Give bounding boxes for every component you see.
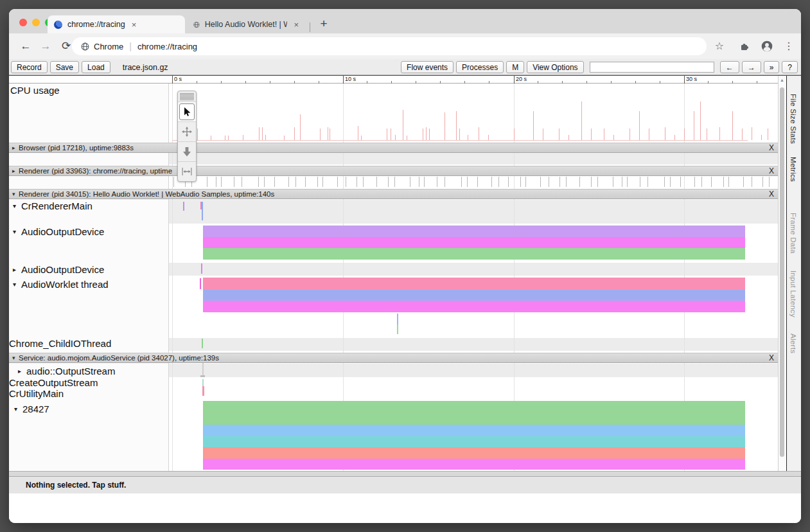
- vertical-scrollbar[interactable]: ▲: [778, 76, 786, 471]
- record-button[interactable]: Record: [11, 61, 48, 73]
- close-track-button[interactable]: X: [769, 143, 774, 152]
- trace-slice[interactable]: [203, 301, 745, 312]
- trace-search-input[interactable]: [590, 62, 714, 73]
- sidebar-tab-alerts[interactable]: Alerts: [789, 333, 797, 353]
- tab-tracing[interactable]: chrome://tracing ×: [48, 15, 185, 33]
- cpu-spike: [391, 129, 391, 140]
- sidebar-tab-frame-data[interactable]: Frame Data: [789, 213, 797, 254]
- trace-slice[interactable]: [203, 401, 745, 425]
- trace-event-mark[interactable]: [200, 375, 205, 377]
- cpu-spike: [568, 135, 569, 140]
- process-header[interactable]: ▸Browser (pid 17218), uptime:9883sX: [9, 143, 778, 153]
- extensions-icon[interactable]: [737, 39, 752, 51]
- thread-label[interactable]: ▸AudioOutputDevice: [13, 264, 104, 274]
- expand-arrow-icon[interactable]: ▾: [13, 202, 21, 209]
- close-track-button[interactable]: X: [769, 353, 774, 362]
- close-track-button[interactable]: X: [769, 190, 774, 199]
- trace-event-mark[interactable]: [397, 324, 398, 334]
- sidebar-tab-metrics[interactable]: Metrics: [789, 157, 797, 182]
- tab-audio-worklet[interactable]: Hello Audio Worklet! | WebAud ×: [187, 15, 306, 33]
- scrollbar-thumb[interactable]: [780, 87, 784, 457]
- trace-event-mark[interactable]: [397, 314, 398, 324]
- bookmark-icon[interactable]: ☆: [712, 39, 727, 53]
- trace-slice[interactable]: [203, 436, 745, 447]
- ruler-tick-label: 20 s: [516, 76, 527, 82]
- back-icon[interactable]: ←: [18, 39, 33, 53]
- timing-tool-button[interactable]: [178, 161, 196, 181]
- expand-arrow-icon[interactable]: ▸: [12, 145, 19, 151]
- trace-view[interactable]: CPU usage 0 s10 s20 s30 s ▲ File Size St…: [9, 75, 801, 471]
- load-button[interactable]: Load: [82, 61, 110, 73]
- trace-event-mark[interactable]: [202, 362, 204, 376]
- thread-label[interactable]: ▸audio::OutputStream: [18, 366, 115, 376]
- trace-event-mark[interactable]: [202, 202, 203, 220]
- trace-slice[interactable]: [203, 248, 745, 260]
- expand-arrow-icon[interactable]: ▸: [13, 266, 21, 273]
- tool-palette: [177, 91, 197, 182]
- m-button[interactable]: M: [506, 61, 524, 73]
- trace-event-mark[interactable]: [202, 379, 204, 386]
- timeline-nav-»-button[interactable]: »: [764, 61, 780, 73]
- cpu-spike: [700, 102, 701, 140]
- palette-grip-handle[interactable]: [180, 93, 194, 100]
- expand-arrow-icon[interactable]: ▾: [12, 355, 19, 361]
- timeline-nav-→-button[interactable]: →: [742, 61, 761, 73]
- trace-slice[interactable]: [203, 278, 745, 290]
- expand-arrow-icon[interactable]: ▾: [14, 405, 22, 412]
- new-tab-button[interactable]: +: [316, 17, 331, 31]
- thread-label[interactable]: Chrome_ChildIOThread: [9, 338, 111, 348]
- trace-event-mark[interactable]: [202, 339, 203, 348]
- tab-close-icon[interactable]: ×: [130, 20, 138, 30]
- trace-slice[interactable]: [203, 237, 745, 248]
- cpu-spike: [284, 136, 285, 140]
- zoom-tool-button[interactable]: [178, 141, 196, 161]
- trace-slice[interactable]: [203, 226, 745, 237]
- thread-label[interactable]: ▾CrRendererMain: [13, 200, 92, 211]
- menu-dots-icon[interactable]: ⋮: [781, 39, 797, 53]
- sidebar-tab-input-latency[interactable]: Input Latency: [789, 270, 797, 317]
- trace-slice[interactable]: [203, 425, 745, 436]
- trace-slice[interactable]: [203, 290, 745, 301]
- expand-arrow-icon[interactable]: ▾: [12, 191, 19, 197]
- pan-tool-button[interactable]: [178, 121, 196, 141]
- select-tool-button[interactable]: [178, 102, 196, 121]
- expand-arrow-icon[interactable]: ▾: [13, 228, 21, 235]
- tab-close-icon[interactable]: ×: [292, 20, 300, 30]
- thread-label[interactable]: CreateOutputStream: [9, 377, 98, 387]
- trace-slice[interactable]: [203, 447, 745, 459]
- expand-arrow-icon[interactable]: ▾: [13, 281, 21, 288]
- thread-label[interactable]: ▾AudioOutputDevice: [13, 226, 104, 236]
- cpu-spike: [488, 135, 489, 140]
- trace-event-mark[interactable]: [202, 386, 204, 396]
- expand-arrow-icon[interactable]: ▸: [12, 168, 19, 174]
- process-header[interactable]: ▾Renderer (pid 34015): Hello Audio Workl…: [9, 189, 778, 199]
- profile-avatar-icon[interactable]: [759, 39, 775, 53]
- timeline-nav-←-button[interactable]: ←: [720, 61, 739, 73]
- omnibox[interactable]: Chrome | chrome://tracing: [72, 37, 707, 55]
- process-header[interactable]: ▾Service: audio.mojom.AudioService (pid …: [9, 353, 778, 363]
- timeline-nav-?-button[interactable]: ?: [782, 61, 798, 73]
- site-chip[interactable]: Chrome: [81, 42, 123, 51]
- view-options-button[interactable]: View Options: [527, 61, 583, 73]
- trace-event-mark[interactable]: [201, 263, 202, 274]
- trace-event-mark[interactable]: [200, 278, 201, 289]
- processes-button[interactable]: Processes: [456, 61, 504, 73]
- trace-slice[interactable]: [203, 459, 745, 470]
- thread-label[interactable]: CrUtilityMain: [9, 388, 64, 398]
- cpu-spike: [456, 111, 457, 140]
- trace-event-mark[interactable]: [183, 202, 184, 211]
- close-track-button[interactable]: X: [769, 166, 774, 175]
- ruler-minor-tick: [732, 81, 733, 84]
- sidebar-tab-file-size-stats[interactable]: File Size Stats: [789, 94, 797, 144]
- save-button[interactable]: Save: [50, 61, 79, 73]
- horizontal-scrollbar-strip[interactable]: [9, 471, 801, 476]
- forward-icon[interactable]: →: [38, 39, 53, 53]
- thread-label[interactable]: ▾28427: [14, 403, 49, 414]
- process-header[interactable]: ▸Renderer (pid 33963): chrome://tracing,…: [9, 166, 778, 176]
- flow-events-button[interactable]: Flow events: [401, 61, 453, 73]
- close-window-button[interactable]: [19, 19, 27, 26]
- expand-arrow-icon[interactable]: ▸: [18, 368, 26, 375]
- scroll-up-icon[interactable]: ▲: [780, 78, 784, 82]
- thread-label[interactable]: ▾AudioWorklet thread: [13, 279, 109, 289]
- minimize-window-button[interactable]: [32, 19, 40, 26]
